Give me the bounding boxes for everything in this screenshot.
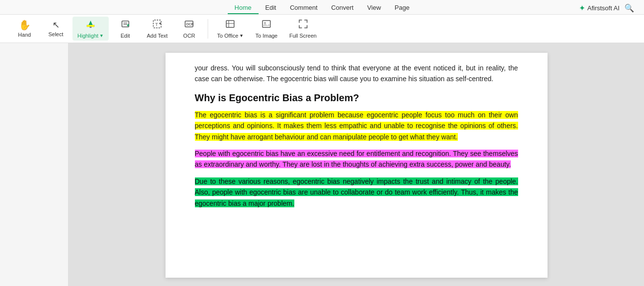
to-office-label: To Office ▼ <box>217 33 243 39</box>
document-area: your dress. You will subconsciously tend… <box>69 43 644 286</box>
to-office-tool-button[interactable]: To Office ▼ <box>212 17 248 41</box>
highlight-tool-button[interactable]: Highlight ▼ <box>72 17 109 41</box>
para1-highlight: The egocentric bias is a significant pro… <box>195 111 518 141</box>
menu-view[interactable]: View <box>360 2 388 14</box>
ocr-icon: OCR <box>184 19 194 31</box>
full-screen-tool-button[interactable]: Full Screen <box>285 17 322 41</box>
menu-bar: Home Edit Comment Convert View Page ✦ Af… <box>0 0 644 15</box>
ai-brand: ✦ Afirstsoft AI <box>579 3 620 13</box>
svg-rect-1 <box>90 26 92 28</box>
edit-tool-button[interactable]: Edit <box>111 17 140 41</box>
menu-right: ✦ Afirstsoft AI 🔍 <box>579 3 634 13</box>
full-screen-icon <box>298 19 309 31</box>
paragraph-1: The egocentric bias is a significant pro… <box>195 110 518 142</box>
search-button[interactable]: 🔍 <box>624 3 634 13</box>
svg-rect-11 <box>226 21 234 27</box>
intro-paragraph: your dress. You will subconsciously tend… <box>195 63 518 85</box>
to-image-tool-button[interactable]: To Image <box>250 17 282 41</box>
brand-label: Afirstsoft AI <box>587 4 620 12</box>
highlight-arrow-icon: ▼ <box>99 33 104 38</box>
left-panel <box>0 43 69 286</box>
hand-label: Hand <box>18 32 31 38</box>
to-image-label: To Image <box>255 33 277 39</box>
select-icon: ↖ <box>52 21 60 29</box>
select-label: Select <box>48 31 64 37</box>
svg-rect-14 <box>262 21 270 27</box>
menu-edit[interactable]: Edit <box>259 2 283 14</box>
ocr-tool-button[interactable]: OCR OCR <box>174 17 204 41</box>
to-office-icon <box>225 19 236 31</box>
menu-comment[interactable]: Comment <box>283 2 324 14</box>
hand-icon: ✋ <box>19 20 31 30</box>
svg-text:T: T <box>155 22 158 27</box>
toolbar: ✋ Hand ↖ Select Highlight ▼ <box>0 15 644 43</box>
ai-star-icon: ✦ <box>579 3 585 13</box>
menu-convert[interactable]: Convert <box>324 2 360 14</box>
to-image-icon <box>261 19 272 31</box>
paragraph-3: Due to these various reasons, egocentric… <box>195 176 518 209</box>
edit-icon <box>120 19 131 31</box>
toolbar-separator <box>208 19 208 39</box>
add-text-icon: T <box>152 19 163 31</box>
full-screen-label: Full Screen <box>289 33 317 39</box>
add-text-label: Add Text <box>147 33 168 39</box>
to-office-arrow-icon: ▼ <box>239 33 244 38</box>
svg-text:OCR: OCR <box>186 22 194 26</box>
para3-highlight: Due to these various reasons, egocentric… <box>195 177 518 207</box>
menu-items: Home Edit Comment Convert View Page <box>228 2 416 14</box>
ocr-label: OCR <box>183 33 195 39</box>
document-page: your dress. You will subconsciously tend… <box>166 53 548 278</box>
para2-highlight: People with egocentric bias have an exce… <box>195 150 518 168</box>
menu-home[interactable]: Home <box>228 2 259 14</box>
section-heading: Why is Egocentric Bias a Problem? <box>195 92 518 104</box>
menu-page[interactable]: Page <box>388 2 416 14</box>
add-text-tool-button[interactable]: T Add Text <box>142 17 173 41</box>
select-tool-button[interactable]: ↖ Select <box>41 19 71 39</box>
highlight-label: Highlight ▼ <box>77 33 104 39</box>
edit-label: Edit <box>120 33 130 39</box>
main-area: your dress. You will subconsciously tend… <box>0 43 644 286</box>
paragraph-2: People with egocentric bias have an exce… <box>195 148 518 170</box>
highlight-icon <box>85 19 96 31</box>
hand-tool-button[interactable]: ✋ Hand <box>10 18 39 40</box>
